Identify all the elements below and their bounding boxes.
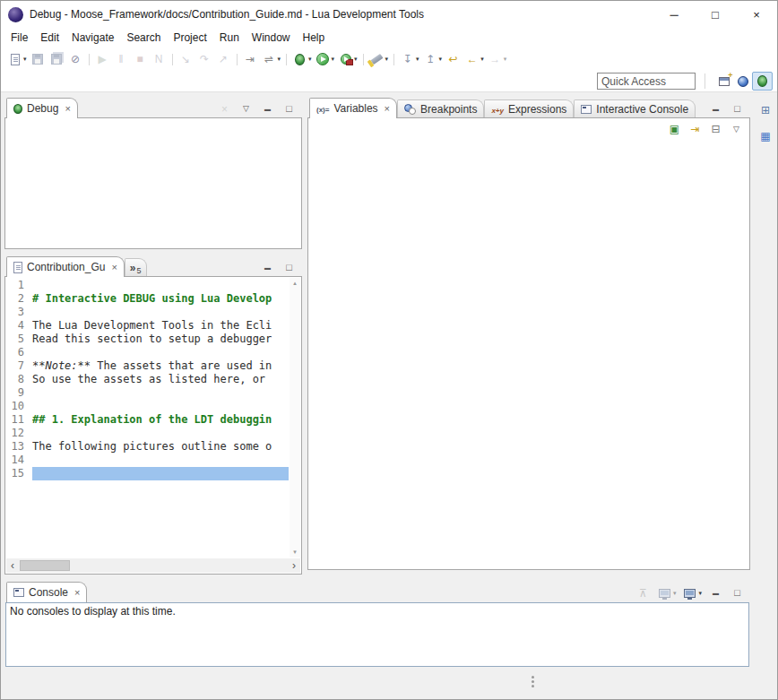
add-watch-button[interactable]: ⇥ xyxy=(686,121,705,138)
menu-search[interactable]: Search xyxy=(120,31,167,44)
dropdown-arrow-icon[interactable]: ▾ xyxy=(504,56,507,63)
editor-tab-overflow[interactable]: » 5 xyxy=(125,258,147,276)
tab-variables[interactable]: Variables× xyxy=(309,98,397,118)
back-button[interactable]: ←▾ xyxy=(462,51,486,68)
menu-edit[interactable]: Edit xyxy=(34,31,65,44)
next-annotation-button[interactable]: ↧▾ xyxy=(398,51,421,68)
variables-view-toolbar: ▣⇥⊟▽ xyxy=(309,119,748,139)
maximize-button[interactable]: □ xyxy=(728,100,747,117)
editor-text-area[interactable]: 12# Interactive DEBUG using Lua Develop3… xyxy=(7,279,289,557)
editor-line-7[interactable]: 7**Note:** The assets that are used in xyxy=(7,359,289,373)
dropdown-arrow-icon[interactable]: ▾ xyxy=(439,56,443,63)
view-menu-button[interactable]: ▽ xyxy=(237,100,255,117)
scroll-up-icon[interactable]: ▴ xyxy=(293,280,297,287)
maximize-button[interactable]: □ xyxy=(728,584,747,601)
editor-line-11[interactable]: 11## 1. Explanation of the LDT debuggin xyxy=(7,413,289,427)
close-window-button[interactable]: × xyxy=(736,1,777,28)
last-edit-location-button[interactable]: ↩ xyxy=(444,51,462,68)
tab-debug[interactable]: Debug × xyxy=(6,98,78,118)
editor-line-6[interactable]: 6 xyxy=(7,346,289,359)
menu-window[interactable]: Window xyxy=(246,31,297,44)
ldt-perspective-button[interactable] xyxy=(733,73,752,90)
menu-file[interactable]: File xyxy=(4,31,34,44)
scroll-right-icon[interactable]: › xyxy=(288,559,300,572)
close-tab-icon[interactable]: × xyxy=(111,262,117,272)
editor-line-12[interactable]: 12 xyxy=(7,427,289,440)
editor-tab-contribution-guide[interactable]: Contribution_Gu × xyxy=(6,256,125,277)
line-number: 6 xyxy=(7,346,32,359)
editor-line-14[interactable]: 14 xyxy=(7,454,289,467)
editor-line-5[interactable]: 5Read this section to setup a debugger xyxy=(7,333,289,346)
maximize-window-button[interactable]: □ xyxy=(695,1,736,28)
tab-interactive-console[interactable]: Interactive Console xyxy=(574,99,696,117)
code-text xyxy=(32,346,289,359)
tab-breakpoints[interactable]: Breakpoints xyxy=(397,99,484,117)
maximize-button[interactable]: □ xyxy=(280,100,298,117)
dropdown-arrow-icon[interactable]: ▾ xyxy=(308,56,312,63)
scroll-left-icon[interactable]: ‹ xyxy=(6,559,19,572)
editor-vertical-scrollbar[interactable]: ▴ ▾ xyxy=(290,278,300,557)
dropdown-arrow-icon[interactable]: ▾ xyxy=(416,56,419,63)
maximize-button[interactable]: □ xyxy=(280,259,298,276)
open-console-button[interactable]: ▾ xyxy=(680,584,704,601)
tab-expressions[interactable]: Expressions xyxy=(484,99,574,117)
menu-help[interactable]: Help xyxy=(297,31,332,44)
dropdown-arrow-icon[interactable]: ▾ xyxy=(698,590,702,597)
close-tab-icon[interactable]: × xyxy=(65,103,70,114)
console-output[interactable]: No consoles to display at this time. xyxy=(5,602,749,667)
editor-line-10[interactable]: 10 xyxy=(7,400,289,413)
restore-minimized-view-button[interactable]: ⊞ xyxy=(756,101,775,118)
debug-perspective-button[interactable] xyxy=(752,72,773,91)
show-logical-structure-button[interactable]: ▣ xyxy=(665,121,684,138)
close-tab-icon[interactable]: × xyxy=(74,587,80,598)
search-button[interactable]: ▾ xyxy=(367,51,391,68)
view-menu-button[interactable]: ▽ xyxy=(727,121,746,138)
scroll-down-icon[interactable]: ▾ xyxy=(293,549,297,556)
dropdown-arrow-icon[interactable]: ▾ xyxy=(332,56,335,63)
scrollbar-thumb[interactable] xyxy=(20,560,70,571)
dropdown-arrow-icon[interactable]: ▾ xyxy=(673,590,677,597)
editor-horizontal-scrollbar[interactable]: ‹ › xyxy=(6,558,300,573)
minimize-button[interactable]: ▬ xyxy=(706,584,725,601)
skip-all-breakpoints-button[interactable]: ⊘ xyxy=(66,51,85,68)
tab-console[interactable]: Console × xyxy=(6,582,87,602)
dropdown-arrow-icon[interactable]: ▾ xyxy=(480,56,484,63)
run-button[interactable]: ▾ xyxy=(314,51,337,68)
menu-navigate[interactable]: Navigate xyxy=(65,31,120,44)
menu-project[interactable]: Project xyxy=(167,31,212,44)
minimize-button[interactable]: ▬ xyxy=(258,259,277,276)
external-tools-button[interactable]: ▾ xyxy=(336,51,359,68)
editor-line-4[interactable]: 4The Lua Development Tools in the Ecli xyxy=(7,319,289,333)
open-perspective-button[interactable] xyxy=(714,73,733,90)
debug-view-content[interactable] xyxy=(4,117,302,249)
dropdown-arrow-icon[interactable]: ▾ xyxy=(278,56,281,63)
editor-line-2[interactable]: 2# Interactive DEBUG using Lua Develop xyxy=(7,292,289,306)
run-to-line-button[interactable]: ⇥ xyxy=(241,51,260,68)
editor-line-8[interactable]: 8So use the assets as listed here, or xyxy=(7,373,289,386)
menu-run[interactable]: Run xyxy=(213,31,246,44)
minimize-button[interactable]: ▬ xyxy=(258,100,277,117)
editor-line-13[interactable]: 13The following pictures outline some o xyxy=(7,440,289,454)
use-step-filters-button[interactable]: ⇌▾ xyxy=(260,51,283,68)
step-return-icon: ↗ xyxy=(216,52,231,67)
editor-line-9[interactable]: 9 xyxy=(7,386,289,400)
collapse-all-button[interactable]: ⊟ xyxy=(706,121,725,138)
previous-annotation-button[interactable]: ↥▾ xyxy=(421,51,445,68)
sash-handle[interactable] xyxy=(532,676,534,678)
dropdown-arrow-icon[interactable]: ▾ xyxy=(385,56,389,63)
minimized-outline-view-button[interactable]: ▦ xyxy=(756,127,775,144)
quick-access-input[interactable]: Quick Access xyxy=(597,73,696,90)
editor-line-1[interactable]: 1 xyxy=(7,279,289,292)
editor-line-15[interactable]: 15 xyxy=(7,467,289,480)
code-text: So use the assets as listed here, or xyxy=(32,373,289,386)
debug-button[interactable]: ▾ xyxy=(290,51,314,68)
new-wizard-button[interactable]: ▾ xyxy=(5,51,29,68)
minimize-button[interactable]: ▬ xyxy=(706,100,725,117)
editor-line-3[interactable]: 3 xyxy=(7,306,289,319)
dropdown-arrow-icon[interactable]: ▾ xyxy=(354,56,358,63)
minimize-window-button[interactable]: ─ xyxy=(653,1,695,28)
previous-annotation-icon: ↥ xyxy=(423,52,438,67)
dropdown-arrow-icon[interactable]: ▾ xyxy=(23,56,27,63)
close-tab-icon[interactable]: × xyxy=(385,103,390,114)
variables-view-content[interactable]: ▣⇥⊟▽ xyxy=(307,117,750,570)
